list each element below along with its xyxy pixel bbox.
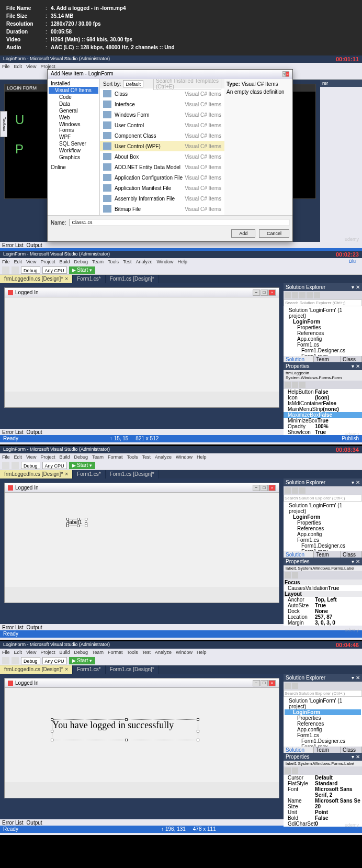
- form-designer[interactable]: Logged In −□× You have logged in success…: [4, 678, 279, 798]
- form-designer[interactable]: Logged In −□× label1: [4, 483, 279, 603]
- file-metadata: File Name:4. Add a logged - in -form.mp4…: [0, 0, 362, 55]
- home-icon[interactable]: [285, 292, 291, 298]
- cancel-button[interactable]: Cancel: [259, 229, 289, 238]
- template-icon: [103, 142, 111, 150]
- template-item[interactable]: Application Manifest FileVisual C# Items: [100, 183, 224, 193]
- property-row[interactable]: MainMenuStrip(none): [284, 406, 362, 412]
- add-button[interactable]: Add: [231, 229, 255, 238]
- window-title: LoginForm - Microsoft Visual Studio (Adm…: [0, 55, 362, 63]
- watermark: udemy: [345, 237, 359, 242]
- sol-toolbar: [284, 291, 362, 299]
- label-control[interactable]: You have logged in successfully: [52, 719, 198, 740]
- frame-2: 00:02:23 udemy LoginForm - Microsoft Vis…: [0, 251, 362, 444]
- property-row[interactable]: MinimizeBoxTrue: [284, 418, 362, 424]
- search-solution[interactable]: Search Solution Explorer (Ctrl+;): [284, 299, 362, 306]
- template-icon: [103, 111, 111, 118]
- template-icon: [103, 163, 111, 171]
- property-row[interactable]: FlatStyleStandard: [284, 781, 362, 786]
- template-item[interactable]: User ControlVisual C# Items: [100, 120, 224, 130]
- property-row[interactable]: Opacity100%: [284, 424, 362, 429]
- forward-icon[interactable]: [12, 266, 19, 274]
- property-row[interactable]: NameMicrosoft Sans Se: [284, 798, 362, 804]
- tab-frmloggedin[interactable]: frmLoggedIn.cs [Design]*×: [0, 275, 73, 283]
- properties-grid: HelpButtonFalseIcon(Icon)IsMdiContainerF…: [284, 389, 362, 435]
- template-icon: [103, 132, 111, 139]
- template-icon: [103, 195, 111, 202]
- template-icon: [103, 174, 111, 181]
- template-item[interactable]: Component ClassVisual C# Items: [100, 130, 224, 141]
- frame-4: 00:04:46 udemy LoginForm - Microsoft Vis…: [0, 641, 362, 835]
- timestamp: 00:01:11: [336, 56, 359, 62]
- label-control[interactable]: label1: [67, 519, 86, 526]
- form-designer[interactable]: Logged In −□×: [4, 287, 279, 408]
- property-row[interactable]: IsMdiContainerFalse: [284, 400, 362, 406]
- search-input[interactable]: Search Installed Templates (Ctrl+E): [153, 79, 221, 90]
- template-icon: [103, 121, 111, 129]
- toolbox-tab[interactable]: Toolbox: [0, 111, 7, 137]
- property-row[interactable]: Icon(Icon): [284, 395, 362, 400]
- template-icon: [103, 90, 111, 97]
- template-item[interactable]: InterfaceVisual C# Items: [100, 99, 224, 109]
- solution-explorer-header: rer: [320, 80, 362, 87]
- add-new-item-dialog: Add New Item - LoginForm ?× Installed Vi…: [47, 69, 293, 242]
- template-icon: [103, 205, 111, 213]
- template-tree: Installed Visual C# Items Code Data Gene…: [48, 79, 100, 215]
- template-item[interactable]: ADO.NET Entity Data ModelVisual C# Items: [100, 162, 224, 172]
- back-icon[interactable]: [2, 266, 9, 274]
- template-item[interactable]: About BoxVisual C# Items: [100, 151, 224, 162]
- start-button[interactable]: ▶ Start ▾: [69, 266, 95, 274]
- template-info: Type: Visual C# Items An empty class def…: [224, 79, 292, 215]
- name-input[interactable]: [69, 219, 289, 226]
- frame-3: 00:03:34 udemy LoginForm - Microsoft Vis…: [0, 446, 362, 640]
- template-icon: [103, 101, 111, 108]
- close-button[interactable]: ×: [286, 71, 289, 77]
- meta-label: File Name: [6, 4, 46, 12]
- property-row[interactable]: CursorDefault: [284, 775, 362, 781]
- template-icon: [103, 153, 111, 160]
- timestamp: 00:02:23: [336, 251, 359, 258]
- document-tabs: frmLoggedIn.cs [Design]*× Form1.cs* Form…: [0, 275, 362, 283]
- property-row[interactable]: MaximizeBoxFalse: [284, 412, 362, 418]
- sort-combo[interactable]: Default: [123, 80, 143, 87]
- property-row[interactable]: BoldFalse: [284, 815, 362, 821]
- solution-tree: Solution 'LoginForm' (1 project) LoginFo…: [284, 306, 362, 356]
- property-row[interactable]: UnitPoint: [284, 809, 362, 815]
- dialog-title: Add New Item - LoginForm ?×: [48, 70, 292, 79]
- tree-installed[interactable]: Installed: [49, 80, 98, 87]
- property-row[interactable]: HelpButtonFalse: [284, 389, 362, 395]
- template-item[interactable]: Application Configuration FileVisual C# …: [100, 172, 224, 183]
- property-row[interactable]: Size20: [284, 804, 362, 809]
- form-icon: [8, 290, 13, 295]
- template-item[interactable]: User Control (WPF)Visual C# Items: [100, 141, 224, 151]
- property-row[interactable]: FontMicrosoft Sans Serif, 2: [284, 786, 362, 798]
- template-item[interactable]: Assembly Information FileVisual C# Items: [100, 193, 224, 204]
- template-item[interactable]: ClassVisual C# Items: [100, 88, 224, 99]
- template-icon: [103, 184, 111, 192]
- frame-1: 00:01:11 udemy LoginForm - Microsoft Vis…: [0, 55, 362, 249]
- template-item[interactable]: Windows FormVisual C# Items: [100, 109, 224, 120]
- online-templates-link[interactable]: Click here to go online and find templat…: [100, 214, 224, 215]
- menu-bar: FileEditViewProjectBuildDebugTeamToolsTe…: [0, 258, 362, 265]
- template-item[interactable]: Bitmap FileVisual C# Items: [100, 204, 224, 214]
- template-list: Sort by: Default Search Installed Templa…: [100, 79, 224, 215]
